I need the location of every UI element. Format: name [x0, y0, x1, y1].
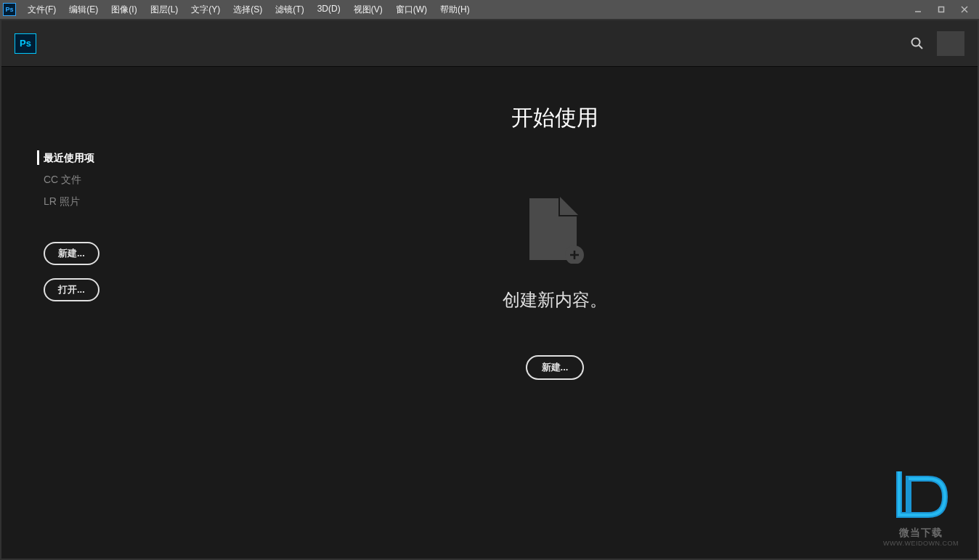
menu-edit[interactable]: 编辑(E) [63, 1, 104, 19]
menu-window[interactable]: 窗口(W) [390, 1, 433, 19]
ps-logo[interactable]: Ps [15, 33, 36, 54]
search-icon [910, 36, 925, 51]
close-button[interactable] [953, 1, 976, 18]
new-file-icon [522, 191, 588, 267]
menu-select[interactable]: 选择(S) [227, 1, 268, 19]
open-button[interactable]: 打开... [44, 278, 99, 301]
minimize-button[interactable] [906, 1, 930, 18]
svg-rect-1 [939, 7, 944, 12]
sidebar: 最近使用项 CC 文件 LR 照片 新建... 打开... [1, 67, 132, 559]
menu-file[interactable]: 文件(F) [22, 1, 62, 19]
menu-filter[interactable]: 滤镜(T) [269, 1, 309, 19]
maximize-button[interactable] [930, 1, 953, 18]
app-icon-small: Ps [3, 3, 16, 16]
svg-point-4 [912, 38, 920, 46]
menu-view[interactable]: 视图(V) [348, 1, 389, 19]
center-stage: 开始使用 创建新内容。 新建... [132, 67, 978, 559]
close-icon [961, 6, 968, 13]
menu-layer[interactable]: 图层(L) [145, 1, 184, 19]
search-button[interactable] [903, 30, 931, 57]
maximize-icon [938, 6, 945, 13]
menu-text[interactable]: 文字(Y) [185, 1, 226, 19]
new-button[interactable]: 新建... [44, 242, 99, 265]
create-text: 创建新内容。 [503, 288, 607, 312]
sidebar-item-recent[interactable]: 最近使用项 [37, 150, 132, 165]
svg-line-5 [919, 45, 922, 49]
main-content: 最近使用项 CC 文件 LR 照片 新建... 打开... 开始使用 [1, 67, 978, 559]
top-toolbar: Ps [1, 20, 978, 67]
account-box[interactable] [937, 31, 964, 56]
window-controls [906, 1, 976, 18]
menu-3d[interactable]: 3D(D) [312, 1, 346, 19]
menu-image[interactable]: 图像(I) [105, 1, 142, 19]
app-frame: Ps 最近使用项 CC 文件 LR 照片 新建... 打开... [0, 19, 979, 560]
menubar-items: 文件(F) 编辑(E) 图像(I) 图层(L) 文字(Y) 选择(S) 滤镜(T… [22, 1, 906, 19]
minimize-icon [914, 6, 922, 13]
app-inner: Ps 最近使用项 CC 文件 LR 照片 新建... 打开... [1, 20, 978, 559]
sidebar-actions: 新建... 打开... [44, 242, 132, 315]
start-heading: 开始使用 [511, 103, 598, 133]
menubar: Ps 文件(F) 编辑(E) 图像(I) 图层(L) 文字(Y) 选择(S) 滤… [0, 0, 979, 19]
sidebar-item-lr-photos[interactable]: LR 照片 [44, 194, 132, 208]
center-new-button[interactable]: 新建... [526, 355, 585, 380]
menu-help[interactable]: 帮助(H) [434, 1, 476, 19]
sidebar-item-cc-files[interactable]: CC 文件 [44, 172, 132, 187]
